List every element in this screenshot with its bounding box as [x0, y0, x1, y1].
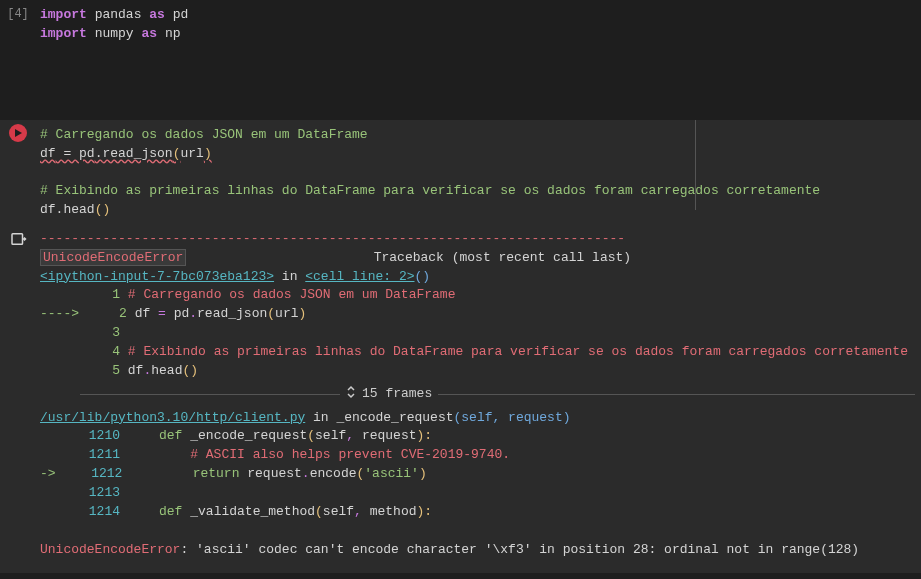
dash-separator: ----------------------------------------… [40, 230, 915, 249]
frame-link-client[interactable]: /usr/lib/python3.10/http/client.py [40, 410, 305, 425]
error-class-name: UnicodeEncodeError [40, 249, 186, 266]
traceback[interactable]: ----------------------------------------… [36, 226, 921, 565]
final-error-msg: 'ascii' codec can't encode character '\x… [196, 542, 859, 557]
svg-rect-1 [12, 234, 23, 245]
expand-collapse-icon [346, 385, 356, 405]
code-editor-2[interactable]: # Carregando os dados JSON em um DataFra… [36, 120, 921, 226]
traceback-label: Traceback (most recent call last) [374, 250, 631, 265]
final-error-name: UnicodeEncodeError [40, 542, 180, 557]
code-cell-2: # Carregando os dados JSON em um DataFra… [0, 120, 921, 226]
frame-link-ipython[interactable]: <ipython-input-7-7bc073eba123> [40, 269, 274, 284]
frames-toggle[interactable]: 15 frames [80, 385, 915, 405]
kw-import: import [40, 7, 87, 22]
svg-marker-0 [15, 129, 22, 137]
exec-count: [4] [0, 0, 36, 50]
error-run-icon[interactable] [9, 124, 27, 142]
output-collapse-icon[interactable] [9, 230, 27, 256]
frames-count-label: 15 frames [362, 385, 432, 404]
cursor-indicator [695, 120, 696, 210]
code-editor-1[interactable]: import pandas as pd import numpy as np [36, 0, 921, 50]
comment-line: # Carregando os dados JSON em um DataFra… [40, 127, 368, 142]
frame-link-cellline[interactable]: <cell line: 2> [305, 269, 414, 284]
code-cell-1: [4] import pandas as pd import numpy as … [0, 0, 921, 120]
output-area: ----------------------------------------… [0, 226, 921, 573]
